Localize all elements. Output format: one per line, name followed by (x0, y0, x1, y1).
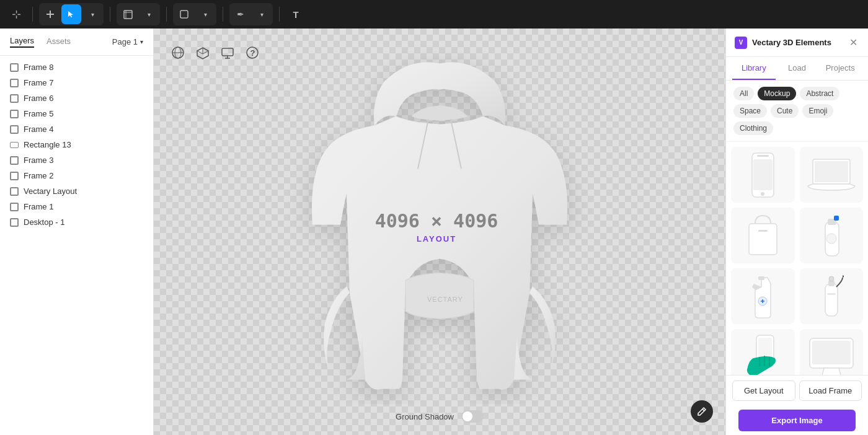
home-button[interactable]: ⊹ (6, 4, 26, 24)
frame-tools: ▾ (117, 3, 160, 25)
export-image-button[interactable]: Export Image (738, 410, 856, 431)
filter-space[interactable]: Space (733, 104, 767, 118)
layer-item[interactable]: Frame 6 (0, 90, 153, 106)
asset-laptop[interactable] (800, 147, 864, 203)
filter-abstract[interactable]: Abstract (800, 87, 839, 100)
svg-point-39 (829, 276, 834, 281)
asset-spray-can[interactable] (800, 208, 864, 263)
layer-item[interactable]: Frame 3 (0, 152, 153, 168)
layer-name: Frame 6 (24, 94, 53, 103)
load-tab[interactable]: Load (776, 57, 819, 80)
help-icon-button[interactable]: ? (243, 43, 262, 62)
layer-item[interactable]: Frame 2 (0, 168, 153, 183)
pen-dropdown[interactable]: ▾ (252, 4, 272, 24)
layer-name: Frame 2 (24, 171, 53, 180)
shape-dropdown[interactable]: ▾ (195, 4, 215, 24)
close-button[interactable]: ✕ (847, 37, 859, 49)
layer-item[interactable]: Frame 8 (0, 59, 153, 75)
layer-item[interactable]: Rectangle 13 (0, 137, 153, 152)
filter-mockup[interactable]: Mockup (758, 87, 796, 100)
canvas-area[interactable]: ? (154, 29, 725, 435)
asset-phone-hand[interactable] (731, 329, 795, 375)
get-layout-button[interactable]: Get Layout (732, 380, 795, 401)
canvas-toolbar: ? (169, 43, 262, 62)
frame-icon (10, 94, 19, 103)
frame-icon (10, 110, 19, 118)
svg-rect-3 (180, 11, 188, 18)
right-panel-tabs: Library Load Projects (726, 57, 868, 81)
svg-line-20 (702, 409, 704, 411)
layer-item[interactable]: Frame 5 (0, 106, 153, 121)
hoodie-mockup: VECTARY 4096 × 4096 LAYOUT (285, 45, 595, 404)
frame-tool-button[interactable] (118, 4, 138, 24)
svg-rect-22 (757, 155, 769, 157)
vectary-plugin-header: V Vectary 3D Elements ✕ (726, 29, 868, 57)
pen-tools: ✒ ▾ (229, 3, 273, 25)
asset-phone[interactable] (731, 147, 795, 203)
asset-spray-bottle[interactable] (731, 268, 795, 324)
pointer-tool-button[interactable] (61, 4, 81, 24)
filter-all[interactable]: All (733, 87, 754, 100)
frame-icon (10, 79, 19, 87)
asset-extinguisher[interactable] (800, 268, 864, 324)
svg-rect-10 (222, 48, 233, 56)
frame-dropdown[interactable]: ▾ (139, 4, 159, 24)
layer-name: Frame 3 (24, 156, 53, 165)
sphere-icon-button[interactable] (169, 43, 187, 62)
layer-name: Frame 1 (24, 202, 53, 211)
projects-tab[interactable]: Projects (818, 57, 862, 80)
frame-icon (10, 156, 19, 165)
svg-rect-23 (753, 159, 773, 190)
filter-cute[interactable]: Cute (771, 104, 799, 118)
cube-icon-button[interactable] (193, 43, 212, 62)
layer-name: Desktop - 1 (24, 218, 64, 227)
move-tool-button[interactable] (40, 4, 60, 24)
frame-icon (10, 203, 19, 211)
rect-icon (10, 142, 19, 148)
frame-icon (10, 172, 19, 180)
ground-shadow-controls: Ground Shadow (396, 410, 484, 423)
svg-text:?: ? (250, 48, 255, 58)
svg-text:4096 × 4096: 4096 × 4096 (375, 210, 498, 232)
layers-tab[interactable]: Layers (10, 36, 34, 48)
svg-text:LAYOUT: LAYOUT (417, 234, 456, 244)
layer-list: Frame 8 Frame 7 Frame 6 Frame 5 Frame 4 (0, 56, 153, 435)
vectary-logo: V (735, 37, 747, 49)
assets-tab[interactable]: Assets (46, 37, 71, 47)
page-selector[interactable]: Page 1 ▾ (112, 37, 143, 46)
right-panel: V Vectary 3D Elements ✕ Library Load Pro… (725, 29, 868, 435)
bottom-actions: Get Layout Load Frame Export Image (726, 375, 868, 435)
svg-line-8 (203, 51, 208, 54)
divider-5 (279, 7, 280, 22)
asset-monitor[interactable] (800, 329, 864, 375)
frame-icon (10, 63, 19, 72)
svg-rect-44 (812, 341, 851, 364)
layer-item[interactable]: Desktop - 1 (0, 214, 153, 230)
svg-line-9 (197, 51, 203, 54)
ground-shadow-toggle[interactable] (461, 410, 484, 423)
layer-item[interactable]: Frame 7 (0, 75, 153, 90)
edit-button[interactable] (691, 400, 713, 423)
svg-point-32 (826, 234, 836, 244)
pointer-dropdown[interactable]: ▾ (82, 4, 102, 24)
svg-point-24 (761, 192, 764, 196)
load-frame-button[interactable]: Load Frame (799, 380, 862, 401)
layer-item[interactable]: Frame 1 (0, 199, 153, 214)
shape-tool-button[interactable] (174, 4, 194, 24)
svg-rect-0 (124, 11, 132, 19)
library-tab[interactable]: Library (732, 57, 776, 80)
filter-clothing[interactable]: Clothing (733, 121, 773, 135)
asset-bag[interactable] (731, 208, 795, 263)
filter-emoji[interactable]: Emoji (802, 104, 833, 118)
svg-rect-40 (827, 293, 836, 295)
monitor-icon-button[interactable] (218, 43, 237, 62)
text-tool-button[interactable]: T (286, 4, 306, 24)
layer-name: Frame 7 (24, 78, 53, 87)
divider-1 (32, 7, 33, 22)
plugin-title: Vectary 3D Elements (752, 38, 842, 47)
layer-item[interactable]: Vectary Layout (0, 183, 153, 199)
layer-name: Frame 5 (24, 109, 53, 118)
layer-item[interactable]: Frame 4 (0, 121, 153, 137)
pen-tool-button[interactable]: ✒ (231, 4, 250, 24)
divider-2 (110, 7, 110, 22)
